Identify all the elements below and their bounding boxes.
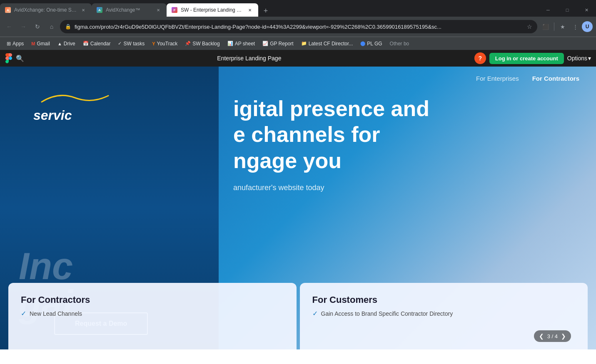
bookmark-sw-tasks[interactable]: ✓ SW tasks <box>115 39 148 48</box>
figma-toolbar: 🔍 Enterprise Landing Page ? Log in or cr… <box>0 50 596 67</box>
sw-tasks-favicon: ✓ <box>118 41 122 46</box>
pl-gg-favicon: ⬤ <box>360 41 365 46</box>
gp-report-favicon: 📈 <box>262 41 268 46</box>
pl-gg-label: PL GG <box>367 41 382 47</box>
window-controls: ─ □ ✕ <box>539 3 596 17</box>
ap-sheet-favicon: 📊 <box>227 41 233 46</box>
reload-button[interactable]: ↻ <box>32 21 43 32</box>
service-logo: servic <box>33 89 117 123</box>
gmail-label: Gmail <box>37 41 50 47</box>
bookmark-other[interactable]: Other bo <box>387 39 413 48</box>
youtrack-favicon: Y <box>152 41 155 46</box>
tab-title-avidxchange-tm: AvidXchange™ <box>106 7 152 13</box>
home-button[interactable]: ⌂ <box>46 21 57 32</box>
tab-favicon-sw-enterprise: F <box>172 7 177 13</box>
figma-help-button[interactable]: ? <box>474 52 486 64</box>
cf-director-favicon: 📁 <box>301 41 307 46</box>
gp-report-label: GP Report <box>270 41 293 47</box>
toolbar-icons: ⬛ ★ ⋮ U <box>540 21 593 32</box>
hero-left-text-inc: Inc <box>19 248 73 285</box>
contractors-card-title: For Contractors <box>21 295 284 305</box>
back-button[interactable]: ← <box>3 21 15 32</box>
tab-title-avidxchange-security: AvidXchange: One-time Securit... <box>14 7 77 13</box>
landing-page: servic Inc gai For Enterprises For Contr… <box>0 67 596 364</box>
forward-button[interactable]: → <box>17 21 29 32</box>
drive-label: Drive <box>64 41 75 47</box>
carousel-prev-button[interactable]: ❮ <box>539 333 544 339</box>
customers-card-title: For Customers <box>312 295 576 305</box>
cf-director-label: Latest CF Director... <box>309 41 353 47</box>
tab-title-sw-enterprise: SW - Enterprise Landing Page <box>181 7 243 13</box>
tab-close-sw-enterprise[interactable]: ✕ <box>247 7 253 13</box>
customers-card-item-label: Gain Access to Brand Specific Contractor… <box>321 310 453 317</box>
ap-sheet-label: AP sheet <box>235 41 255 47</box>
check-icon-contractors: ✓ <box>21 310 26 317</box>
bookmark-cf-director[interactable]: 📁 Latest CF Director... <box>298 39 357 48</box>
figma-search-icon[interactable]: 🔍 <box>16 54 24 62</box>
figma-login-button[interactable]: Log in or create account <box>489 53 564 64</box>
contractors-card: For Contractors ✓ New Lead Channels <box>8 283 297 349</box>
hero-content: igital presence and e channels for ngage… <box>217 96 596 192</box>
new-tab-button[interactable]: + <box>260 5 272 17</box>
carousel-page-indicator: 3 / 4 <box>547 333 558 339</box>
tab-avidxchange-security[interactable]: A AvidXchange: One-time Securit... ✕ <box>0 3 92 17</box>
tab-close-avidxchange-tm[interactable]: ✕ <box>155 7 162 13</box>
bookmark-gp-report[interactable]: 📈 GP Report <box>259 39 297 48</box>
bookmark-youtrack[interactable]: Y YouTrack <box>149 39 181 48</box>
tab-sw-enterprise[interactable]: F SW - Enterprise Landing Page ✕ <box>167 3 258 17</box>
tab-close-avidxchange-security[interactable]: ✕ <box>80 7 87 13</box>
bookmark-pl-gg[interactable]: ⬤ PL GG <box>357 39 385 48</box>
carousel-next-button[interactable]: ❯ <box>561 333 566 339</box>
sw-backlog-favicon: 📌 <box>185 41 191 46</box>
hero-heading-line1: igital presence and <box>233 96 579 121</box>
gmail-favicon: M <box>31 41 35 46</box>
hero-heading: igital presence and e channels for ngage… <box>233 96 579 173</box>
hero-subtext: anufacturer's website today <box>233 183 579 192</box>
bookmark-gmail[interactable]: M Gmail <box>28 39 53 48</box>
close-window-button[interactable]: ✕ <box>577 3 596 17</box>
figma-options-button[interactable]: Options ▾ <box>567 55 591 62</box>
apps-label: Apps <box>12 41 24 47</box>
minimize-button[interactable]: ─ <box>539 3 558 17</box>
figma-logo-icon[interactable] <box>5 53 12 63</box>
maximize-button[interactable]: □ <box>558 3 577 17</box>
check-icon-customers: ✓ <box>312 310 318 317</box>
bookmark-icon[interactable]: ★ <box>557 21 569 32</box>
tab-avidxchange-tm[interactable]: A AvidXchange™ ✕ <box>92 3 167 17</box>
youtrack-label: YouTrack <box>157 41 178 47</box>
other-bookmarks-label: Other bo <box>390 41 409 47</box>
hero-heading-line2: e channels for <box>233 121 579 147</box>
bookmark-sw-backlog[interactable]: 📌 SW Backlog <box>182 39 223 48</box>
sw-backlog-label: SW Backlog <box>192 41 219 47</box>
carousel-controls: ❮ 3 / 4 ❯ <box>534 330 571 342</box>
nav-for-contractors[interactable]: For Contractors <box>532 75 579 82</box>
tab-favicon-avidxchange-tm: A <box>97 7 102 13</box>
bookmark-star-icon[interactable]: ☆ <box>527 23 532 30</box>
customers-card: For Customers ✓ Gain Access to Brand Spe… <box>300 283 588 349</box>
apps-favicon: ⊞ <box>7 41 11 47</box>
tab-bar: A AvidXchange: One-time Securit... ✕ A A… <box>0 0 596 17</box>
hero-section: servic Inc gai For Enterprises For Contr… <box>0 67 596 349</box>
sw-tasks-label: SW tasks <box>123 41 145 47</box>
bookmark-drive[interactable]: ▲ Drive <box>54 39 79 48</box>
security-lock-icon: 🔒 <box>65 24 71 30</box>
extensions-separator <box>554 22 554 31</box>
bookmark-apps[interactable]: ⊞ Apps <box>3 39 27 48</box>
hero-heading-line3: ngage you <box>233 148 579 173</box>
settings-icon[interactable]: ⋮ <box>569 21 581 32</box>
contractors-card-item-label: New Lead Channels <box>30 310 82 317</box>
extensions-icon[interactable]: ⬛ <box>540 21 551 32</box>
bookmark-calendar[interactable]: 📅 Calendar <box>80 39 114 48</box>
figma-page-title: Enterprise Landing Page <box>27 55 471 62</box>
customers-card-item: ✓ Gain Access to Brand Specific Contract… <box>312 310 576 317</box>
drive-favicon: ▲ <box>57 41 62 46</box>
hero-nav: For Enterprises For Contractors <box>459 67 596 90</box>
bookmark-ap-sheet[interactable]: 📊 AP sheet <box>224 39 258 48</box>
tab-favicon-avidxchange: A <box>5 7 11 13</box>
url-display: figma.com/proto/2r4rGuD9e5D0lGUQFbBVZt/E… <box>75 24 524 30</box>
address-bar[interactable]: 🔒 figma.com/proto/2r4rGuD9e5D0lGUQFbBVZt… <box>60 20 537 33</box>
contractors-card-item: ✓ New Lead Channels <box>21 310 284 317</box>
profile-avatar[interactable]: U <box>582 21 593 32</box>
bookmarks-bar: ⊞ Apps M Gmail ▲ Drive 📅 Calendar ✓ SW t… <box>0 37 596 50</box>
nav-for-enterprises[interactable]: For Enterprises <box>476 75 519 82</box>
